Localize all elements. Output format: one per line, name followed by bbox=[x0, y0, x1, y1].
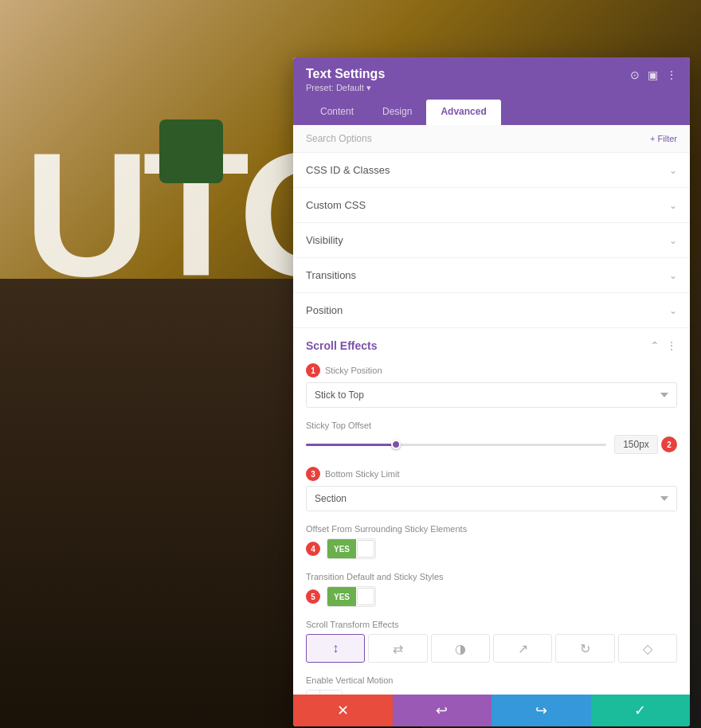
redo-button[interactable]: ↪ bbox=[491, 695, 591, 726]
scroll-effects-icons: ⌃ ⋮ bbox=[650, 339, 677, 352]
sticky-position-select[interactable]: Stick to Top bbox=[306, 382, 677, 408]
collapse-icon[interactable]: ⌃ bbox=[650, 339, 660, 352]
transition-styles-text: Transition Default and Sticky Styles bbox=[306, 572, 444, 581]
accordion-visibility: Visibility ⌄ bbox=[293, 223, 690, 258]
action-bar: ✕ ↩ ↪ ✓ bbox=[293, 695, 690, 726]
chevron-down-icon: ⌄ bbox=[669, 200, 677, 211]
scroll-transform-field: Scroll Transform Effects ↕ ⇄ ◑ bbox=[306, 620, 677, 663]
accordion-label-css-id: CSS ID & Classes bbox=[306, 164, 390, 176]
accordion-label-transitions: Transitions bbox=[306, 269, 356, 281]
enable-vertical-motion-field: Enable Vertical Motion ▪ NO bbox=[306, 675, 677, 695]
panel-content: CSS ID & Classes ⌄ Custom CSS ⌄ Visibili… bbox=[293, 153, 690, 695]
undo-button[interactable]: ↩ bbox=[393, 695, 492, 726]
bottom-sticky-limit-field: 3 Bottom Sticky Limit Section bbox=[306, 467, 677, 511]
slider-thumb[interactable] bbox=[391, 440, 401, 449]
accordion-custom-css: Custom CSS ⌄ bbox=[293, 188, 690, 223]
chevron-down-icon: ⌄ bbox=[669, 305, 677, 316]
blur-icon: ◇ bbox=[643, 641, 652, 656]
accordion-transitions: Transitions ⌄ bbox=[293, 258, 690, 293]
slider-fill bbox=[306, 444, 396, 446]
chevron-down-icon: ⌄ bbox=[669, 165, 677, 176]
panel-header-icons: ⊙ ▣ ⋮ bbox=[630, 68, 677, 81]
badge-2: 2 bbox=[661, 436, 677, 452]
settings-icon[interactable]: ⊙ bbox=[630, 68, 640, 81]
horizontal-motion-icon: ⇄ bbox=[393, 641, 403, 656]
transform-icons-row: ↕ ⇄ ◑ ↗ ↻ bbox=[306, 634, 677, 663]
accordion-label-custom-css: Custom CSS bbox=[306, 199, 366, 211]
badge-4: 4 bbox=[306, 542, 320, 556]
transform-blur-btn[interactable]: ◇ bbox=[618, 634, 677, 663]
offset-surrounding-toggle[interactable]: YES bbox=[327, 538, 376, 559]
scroll-effects-header[interactable]: Scroll Effects ⌃ ⋮ bbox=[293, 328, 690, 363]
bottom-sticky-limit-label: 3 Bottom Sticky Limit bbox=[306, 467, 677, 481]
tab-advanced[interactable]: Advanced bbox=[426, 100, 500, 125]
settings-panel: Text Settings Preset: Default ▾ ⊙ ▣ ⋮ Co… bbox=[293, 57, 690, 726]
bottom-sticky-limit-text: Bottom Sticky Limit bbox=[325, 469, 400, 479]
accordion-label-position: Position bbox=[306, 304, 343, 316]
sticky-top-offset-text: Sticky Top Offset bbox=[306, 421, 371, 430]
scroll-effects-title: Scroll Effects bbox=[306, 339, 377, 352]
accordion-label-visibility: Visibility bbox=[306, 234, 343, 246]
bottom-sticky-limit-select[interactable]: Section bbox=[306, 486, 677, 511]
badge-1: 1 bbox=[306, 363, 320, 378]
transform-scale-btn[interactable]: ↗ bbox=[493, 634, 552, 663]
offset-surrounding-text: Offset From Surrounding Sticky Elements bbox=[306, 524, 467, 534]
split-icon[interactable]: ▣ bbox=[648, 68, 658, 81]
options-icon[interactable]: ⋮ bbox=[666, 339, 677, 352]
accordion-header-transitions[interactable]: Transitions ⌄ bbox=[293, 258, 690, 292]
transition-styles-label: Transition Default and Sticky Styles bbox=[306, 572, 677, 581]
transform-rotate-btn[interactable]: ↻ bbox=[555, 634, 614, 663]
toggle-thumb bbox=[357, 540, 374, 558]
accordion-header-custom-css[interactable]: Custom CSS ⌄ bbox=[293, 188, 690, 222]
panel-title: Text Settings bbox=[306, 67, 385, 81]
vertical-motion-icon: ↕ bbox=[332, 641, 339, 656]
offset-surrounding-field: Offset From Surrounding Sticky Elements … bbox=[306, 524, 677, 559]
accordion-header-css-id[interactable]: CSS ID & Classes ⌄ bbox=[293, 153, 690, 187]
transform-fade-btn[interactable]: ◑ bbox=[431, 634, 490, 663]
tab-design[interactable]: Design bbox=[368, 100, 426, 125]
accordion-header-position[interactable]: Position ⌄ bbox=[293, 293, 690, 327]
accordion-css-id: CSS ID & Classes ⌄ bbox=[293, 153, 690, 188]
sticky-top-offset-label: Sticky Top Offset bbox=[306, 421, 677, 430]
fade-icon: ◑ bbox=[455, 641, 466, 656]
sticky-position-text: Sticky Position bbox=[325, 366, 382, 375]
badge-3: 3 bbox=[306, 467, 320, 481]
tab-content[interactable]: Content bbox=[306, 100, 368, 125]
toggle-thumb-5 bbox=[357, 588, 374, 605]
slider-value[interactable]: 150px bbox=[614, 435, 658, 454]
slider-value-box: 150px 2 bbox=[614, 435, 677, 454]
transform-vertical-btn[interactable]: ↕ bbox=[306, 634, 365, 663]
save-button[interactable]: ✓ bbox=[591, 695, 691, 726]
search-label: Search Options bbox=[306, 133, 372, 144]
rotate-icon: ↻ bbox=[580, 641, 590, 656]
accordion-position: Position ⌄ bbox=[293, 293, 690, 328]
accordion-header-visibility[interactable]: Visibility ⌄ bbox=[293, 223, 690, 257]
more-icon[interactable]: ⋮ bbox=[666, 68, 677, 81]
offset-surrounding-toggle-row: 4 YES bbox=[306, 538, 677, 559]
enable-vertical-motion-label: Enable Vertical Motion bbox=[306, 675, 677, 685]
panel-header: Text Settings Preset: Default ▾ ⊙ ▣ ⋮ bbox=[293, 57, 690, 100]
slider-track bbox=[306, 444, 606, 446]
scroll-transform-label: Scroll Transform Effects bbox=[306, 620, 677, 629]
chevron-down-icon: ⌄ bbox=[669, 270, 677, 281]
panel-preset[interactable]: Preset: Default ▾ bbox=[306, 83, 385, 93]
search-bar: Search Options + Filter bbox=[293, 125, 690, 153]
cancel-button[interactable]: ✕ bbox=[293, 695, 393, 726]
scroll-effects-body: 1 Sticky Position Stick to Top Sticky To… bbox=[293, 363, 690, 695]
scale-icon: ↗ bbox=[518, 641, 528, 656]
panel-tabs: Content Design Advanced bbox=[293, 100, 690, 125]
sticky-position-field: 1 Sticky Position Stick to Top bbox=[306, 363, 677, 408]
scroll-effects-section: Scroll Effects ⌃ ⋮ 1 Sticky Position Sti… bbox=[293, 328, 690, 695]
transition-styles-toggle[interactable]: YES bbox=[327, 586, 376, 607]
badge-5: 5 bbox=[306, 589, 320, 604]
panel-title-group: Text Settings Preset: Default ▾ bbox=[306, 67, 385, 93]
offset-surrounding-label: Offset From Surrounding Sticky Elements bbox=[306, 524, 677, 534]
filter-button[interactable]: + Filter bbox=[650, 134, 677, 143]
sticky-position-label: 1 Sticky Position bbox=[306, 363, 677, 378]
toggle-yes: YES bbox=[327, 539, 356, 558]
transform-horizontal-btn[interactable]: ⇄ bbox=[368, 634, 427, 663]
transition-styles-toggle-row: 5 YES bbox=[306, 586, 677, 607]
sticky-top-offset-field: Sticky Top Offset 150px 2 bbox=[306, 421, 677, 454]
background-plant bbox=[159, 119, 223, 183]
sticky-top-offset-slider-row: 150px 2 bbox=[306, 435, 677, 454]
